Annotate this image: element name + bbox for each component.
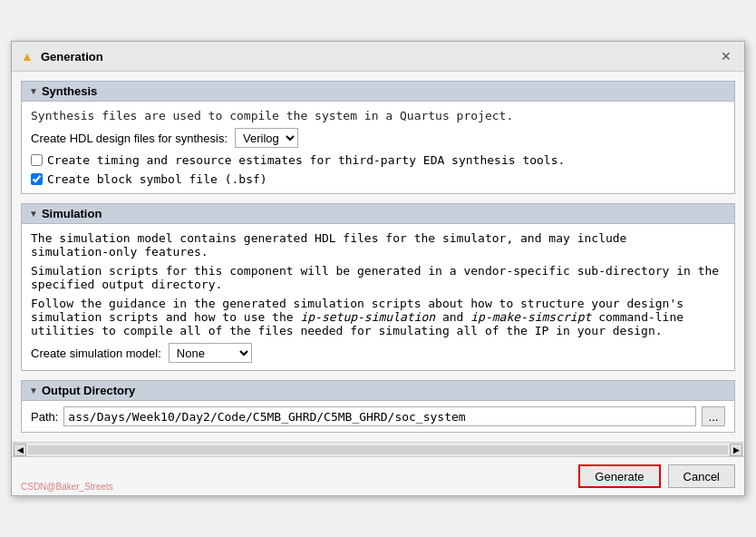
synthesis-arrow: ▼ <box>29 86 38 96</box>
simulation-desc3b-text: simulation scripts and how to use the <box>31 310 294 324</box>
synthesis-checkbox1-row: Create timing and resource estimates for… <box>31 153 725 167</box>
simulation-desc1-text: The simulation model contains generated … <box>31 231 626 245</box>
cancel-button[interactable]: Cancel <box>668 464 735 488</box>
simulation-arrow: ▼ <box>29 209 38 219</box>
dialog-icon: ▲ <box>21 49 35 63</box>
simulation-desc2: Simulation scripts for this component wi… <box>31 264 725 291</box>
output-content: Path: ... <box>22 401 734 432</box>
simulation-header: ▼ Simulation <box>22 204 734 224</box>
simulation-desc3d-text: and <box>442 310 463 324</box>
bsf-checkbox[interactable] <box>31 173 43 185</box>
close-button[interactable]: ✕ <box>717 47 735 65</box>
hdl-label: Create HDL design files for synthesis: <box>31 132 228 145</box>
synthesis-hdl-row: Create HDL design files for synthesis: V… <box>31 128 725 148</box>
simulation-desc2-text: Simulation scripts for this component wi… <box>31 264 719 278</box>
dialog-title: Generation <box>41 50 103 63</box>
synthesis-header: ▼ Synthesis <box>22 82 734 102</box>
output-title: Output Directory <box>42 384 135 397</box>
simulation-desc3f-text: command-line <box>598 310 683 324</box>
synthesis-content: Synthesis files are used to compile the … <box>22 102 734 193</box>
dialog-footer: CSDN@Baker_Streets Generate Cancel <box>12 456 744 495</box>
timing-estimate-checkbox[interactable] <box>31 154 43 166</box>
simulation-desc3-text: Follow the guidance in the generated sim… <box>31 297 683 310</box>
simulation-content: The simulation model contains generated … <box>22 224 734 370</box>
scroll-left-button[interactable]: ◀ <box>14 444 26 456</box>
simulation-model-label: Create simulation model: <box>31 347 161 360</box>
hdl-select[interactable]: Verilog VHDL <box>235 128 298 148</box>
simulation-title: Simulation <box>42 207 102 220</box>
horizontal-scrollbar: ◀ ▶ <box>12 442 744 456</box>
path-label: Path: <box>31 410 58 424</box>
simulation-model-select[interactable]: None ModelSim VCS ActiveHDL <box>169 343 252 363</box>
timing-estimate-label: Create timing and resource estimates for… <box>47 153 565 167</box>
output-header: ▼ Output Directory <box>22 381 734 401</box>
synthesis-desc1: Synthesis files are used to compile the … <box>31 109 725 122</box>
simulation-desc1: The simulation model contains generated … <box>31 231 725 259</box>
generate-button[interactable]: Generate <box>578 464 660 488</box>
output-section: ▼ Output Directory Path: ... <box>21 380 735 433</box>
title-bar-left: ▲ Generation <box>21 49 103 63</box>
synthesis-checkbox2-row: Create block symbol file (.bsf) <box>31 172 725 186</box>
simulation-desc3c-text: ip-setup-simulation <box>300 310 435 324</box>
watermark-text: CSDN@Baker_Streets <box>21 482 113 492</box>
simulation-desc1b-text: simulation-only features. <box>31 245 208 259</box>
browse-button[interactable]: ... <box>702 406 725 426</box>
output-arrow: ▼ <box>29 386 38 395</box>
synthesis-section: ▼ Synthesis Synthesis files are used to … <box>21 81 735 194</box>
simulation-desc2b-text: specified output directory. <box>31 278 222 291</box>
simulation-desc3e-text: ip-make-simscript <box>470 310 591 324</box>
title-bar: ▲ Generation ✕ <box>12 42 744 72</box>
simulation-section: ▼ Simulation The simulation model contai… <box>21 203 735 371</box>
dialog-body: ▼ Synthesis Synthesis files are used to … <box>12 72 744 442</box>
scroll-right-button[interactable]: ▶ <box>730 444 742 456</box>
simulation-model-row: Create simulation model: None ModelSim V… <box>31 343 725 363</box>
simulation-desc4-text: utilities to compile all of the files ne… <box>31 324 663 337</box>
simulation-desc3: Follow the guidance in the generated sim… <box>31 297 725 337</box>
generation-dialog: ▲ Generation ✕ ▼ Synthesis Synthesis fil… <box>11 41 745 496</box>
path-input[interactable] <box>63 406 696 426</box>
path-row: Path: ... <box>31 406 725 426</box>
bsf-label: Create block symbol file (.bsf) <box>47 172 267 186</box>
scroll-track[interactable] <box>28 445 728 454</box>
synthesis-title: Synthesis <box>42 84 97 98</box>
